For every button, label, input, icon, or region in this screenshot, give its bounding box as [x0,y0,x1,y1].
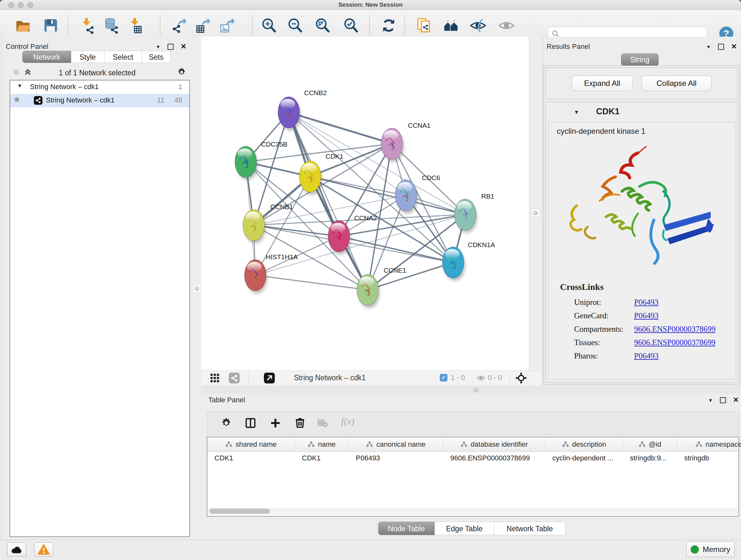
detach-view-icon[interactable] [264,373,275,383]
table-cell[interactable]: CDK1 [295,452,349,464]
column-header-name[interactable]: name [295,437,349,451]
control-panel-title: Control Panel [6,43,48,51]
first-neighbors-icon[interactable] [443,17,459,34]
network-collection-row[interactable]: ▼ String Network – cdk1 1 [10,80,189,94]
column-type-icon [225,441,232,448]
network-edge[interactable] [339,236,453,262]
export-network-icon[interactable] [171,17,188,34]
horizontal-splitter-handle[interactable] [473,387,478,392]
memory-button[interactable]: Memory [686,542,735,557]
save-session-icon[interactable] [43,17,59,34]
column-header-namespace[interactable]: namespace [677,437,741,451]
export-image-icon[interactable] [219,17,236,34]
crosslink-label: GeneCard: [574,311,634,320]
hide-selected-icon[interactable] [470,17,486,34]
float-panel-icon[interactable] [720,397,726,403]
crosslink-value[interactable]: P06493 [634,352,658,361]
network-graph[interactable]: CCNB2CCNA1CDC25BCDK1CDC6RB1CCNB1CCNA2CDK… [201,37,529,370]
apply-preferred-layout-icon[interactable] [381,17,397,34]
protein-name: CDK1 [596,107,620,117]
import-network-from-file-icon[interactable] [78,17,95,34]
new-network-from-selection-icon[interactable] [416,17,432,34]
table-row[interactable]: CDK1CDK1P064939606.ENSP00000378699cyclin… [207,452,738,464]
zoom-fit-icon[interactable] [314,17,331,34]
float-panel-icon[interactable] [718,44,724,50]
network-node-CDC25B[interactable]: CDC25B [235,140,287,178]
crosslink-value[interactable]: 9606.ENSP00000378699 [634,325,716,334]
zoom-out-icon[interactable] [287,17,304,34]
protein-expander-icon[interactable]: ▼ [574,109,579,116]
tab-select[interactable]: Select [105,51,142,63]
close-panel-icon[interactable]: ✕ [733,396,739,404]
right-splitter-handle[interactable] [531,208,540,217]
network-node-CCNA1[interactable]: CCNA1 [381,122,430,159]
right-splitter[interactable] [529,37,543,370]
network-node-HIST1H1A[interactable]: HIST1H1A [245,253,298,291]
crosslink-value[interactable]: P06493 [634,311,658,320]
table-cell[interactable]: 9606.ENSP00000378699 [443,452,545,464]
crosslink-value[interactable]: P06493 [634,298,658,307]
column-header-database-identifier[interactable]: database identifier [443,437,545,451]
network-node-CDKN1A[interactable]: CDKN1A [442,241,495,278]
column-header-description[interactable]: description [545,437,623,451]
network-edge[interactable] [289,112,392,144]
tab-style[interactable]: Style [71,51,105,63]
zoom-selected-icon[interactable] [343,17,359,34]
tab-sets[interactable]: Sets [142,51,171,63]
table-cell[interactable]: CDK1 [207,452,295,464]
column-header--id[interactable]: @id [623,437,677,451]
collection-expander-icon[interactable]: ▼ [17,83,22,89]
table-options-gear-icon[interactable] [220,417,232,429]
cloud-status-button[interactable] [7,543,26,557]
table-cell[interactable]: stringdb [677,452,741,464]
network-options-gear-icon[interactable] [177,67,186,77]
status-bar: Memory [0,540,741,560]
horizontal-splitter[interactable] [201,385,741,393]
tab-network-table[interactable]: Network Table [494,522,565,535]
float-panel-icon[interactable] [167,44,174,50]
crosslink-row: GeneCard:P06493 [574,311,735,320]
crosslink-row: Compartments:9606.ENSP00000378699 [574,325,735,334]
network-edge[interactable] [289,112,367,290]
panel-menu-icon[interactable]: ▼ [156,44,160,50]
birdseye-crosshair-icon[interactable] [515,372,527,384]
panel-menu-icon[interactable]: ▼ [708,397,713,403]
crosslink-label: Tissues: [574,338,634,347]
column-header-shared-name[interactable]: shared name [207,437,295,451]
table-panel-title: Table Panel [208,396,245,404]
view-title: String Network – cdk1 [294,374,366,382]
column-header-canonical-name[interactable]: canonical name [349,437,443,451]
network-share-view-icon[interactable] [229,373,240,383]
zoom-in-icon[interactable] [261,17,277,34]
scrollbar-thumb[interactable] [209,509,270,514]
close-panel-icon[interactable]: ✕ [731,43,737,51]
warning-status-button[interactable] [34,543,53,557]
expand-all-button[interactable]: Expand All [571,76,633,91]
crosslink-value[interactable]: 9606.ENSP00000378699 [634,338,716,347]
selected-checkbox-icon[interactable]: ✓ [440,374,448,381]
open-file-icon[interactable] [15,17,31,34]
left-splitter-handle[interactable] [192,284,201,293]
import-network-from-database-icon[interactable] [103,17,119,34]
grid-view-icon[interactable] [210,373,220,383]
table-cell[interactable]: P06493 [349,452,443,464]
table-cell[interactable]: stringdb:9... [623,452,677,464]
show-columns-icon[interactable] [245,417,256,429]
network-row-selected[interactable]: String Network – cdk1 11 48 [10,94,189,107]
collapse-all-button[interactable]: Collapse All [642,76,711,91]
network-edge[interactable] [367,262,453,290]
import-table-from-file-icon[interactable] [126,17,143,34]
close-panel-icon[interactable]: ✕ [181,43,186,51]
tab-network[interactable]: Network [22,51,71,63]
table-cell[interactable]: cyclin-dependent ... [545,452,623,464]
delete-column-icon[interactable] [294,417,306,429]
export-table-icon[interactable] [195,17,212,34]
table-horizontal-scrollbar[interactable] [208,508,738,515]
tab-edge-table[interactable]: Edge Table [434,522,494,535]
node-label: CDKN1A [468,241,495,248]
tab-node-table[interactable]: Node Table [378,522,434,535]
tab-string[interactable]: String [621,53,659,66]
panel-menu-icon[interactable]: ▼ [706,44,711,50]
create-column-icon[interactable] [270,417,281,429]
network-edge[interactable] [255,275,367,290]
